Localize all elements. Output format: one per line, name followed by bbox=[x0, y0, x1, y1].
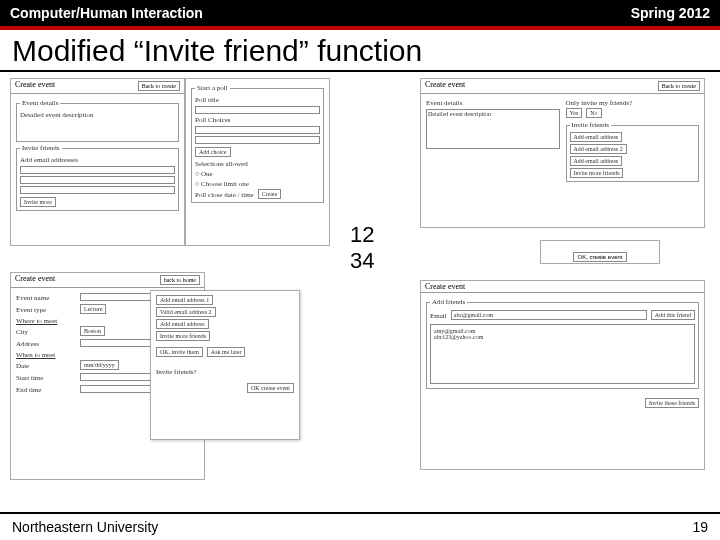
sk3-yes: Yes bbox=[566, 108, 583, 118]
sk1-input1 bbox=[20, 166, 175, 174]
sk3-desc: Detailed event description bbox=[427, 110, 559, 118]
quadrant-label-12: 12 bbox=[350, 222, 374, 248]
sk3-hl: Create event bbox=[425, 80, 465, 92]
sk3-b1: Add email address bbox=[570, 132, 623, 142]
sk3-b3: Add email address bbox=[570, 156, 623, 166]
sk7-list: amy@gmail.com abc123@yahoo.com bbox=[430, 324, 695, 384]
sk2-o2: ○ Choose limit one bbox=[195, 180, 320, 188]
sk1-desc: Detailed event description bbox=[20, 111, 175, 119]
sk5-v2: Lecture bbox=[80, 304, 106, 314]
sk5-l7: Date bbox=[16, 362, 76, 370]
sk2-b2 bbox=[195, 126, 320, 134]
sketch-7: Create event Add friends Email abc@gmail… bbox=[420, 280, 705, 470]
footer-bar: Northeastern University 19 bbox=[0, 514, 720, 540]
sk2-b1 bbox=[195, 106, 320, 114]
sk3-b4: Invite more friends bbox=[570, 168, 624, 178]
sk1-input2 bbox=[20, 176, 175, 184]
sk2-l1: Poll title bbox=[195, 96, 320, 104]
sk1-sec1: Event details bbox=[20, 99, 60, 107]
sk3-sec2: Invite friends bbox=[570, 121, 612, 129]
sk1-btn: Invite more bbox=[20, 197, 56, 207]
sk2-btn2: Create bbox=[258, 189, 282, 199]
sk4-btn: OK, create event bbox=[573, 252, 626, 262]
sk7-btn1: Add this friend bbox=[651, 310, 695, 320]
sk3-sec: Event details bbox=[426, 99, 560, 107]
sk1-sub: Add email addresses bbox=[20, 156, 175, 164]
sk7-hl: Create event bbox=[425, 282, 465, 291]
sk5-l1: Event name bbox=[16, 294, 76, 302]
sk3-desc-box: Detailed event description bbox=[426, 109, 560, 149]
sk5-l2: Event type bbox=[16, 306, 76, 314]
sk5-v4: Boston bbox=[80, 326, 105, 336]
sk7-v1: abc@gmail.com bbox=[451, 310, 647, 320]
sk6-btn: OK create event bbox=[247, 383, 294, 393]
header-bar: Computer/Human Interaction Spring 2012 bbox=[0, 0, 720, 26]
sk5-hr: back to home bbox=[160, 275, 200, 285]
sk6-b5: OK, invite them bbox=[156, 347, 203, 357]
sk7-sec: Add friends bbox=[430, 298, 467, 306]
sk2-l3: Selections allowed bbox=[195, 160, 320, 168]
sk6-b3: Add email address bbox=[156, 319, 209, 329]
sk1-sec2: Invite friends bbox=[20, 144, 62, 152]
sk7-e2: abc123@yahoo.com bbox=[434, 334, 691, 340]
sk5-l5: Address bbox=[16, 340, 76, 348]
sk2-b3 bbox=[195, 136, 320, 144]
sketch-1: Create event Back to create Event detail… bbox=[10, 78, 185, 246]
sk6-b6: Ask me later bbox=[207, 347, 246, 357]
sk3-no: No bbox=[586, 108, 601, 118]
sk2-l4: Poll close date / time bbox=[195, 191, 254, 199]
sk3-b2: Add email address 2 bbox=[570, 144, 627, 154]
term-label: Spring 2012 bbox=[631, 5, 710, 21]
sk5-l8: Start time bbox=[16, 374, 76, 382]
sk6-b2: Valid email address 2 bbox=[156, 307, 216, 317]
sk5-l9: End time bbox=[16, 386, 76, 394]
sk6-b4: Invite more friends bbox=[156, 331, 210, 341]
sketch-6: Add email address 1 Valid email address … bbox=[150, 290, 300, 440]
sk1-head-left: Create event bbox=[15, 80, 55, 92]
sk5-v7: mm/dd/yyyy bbox=[80, 360, 119, 370]
sk3-hr: Back to create bbox=[658, 81, 700, 91]
sk1-input3 bbox=[20, 186, 175, 194]
sketch-4: OK, create event bbox=[540, 240, 660, 264]
sk3-q: Only invite my friends? bbox=[566, 99, 700, 107]
sk2-btn1: Add choice bbox=[195, 147, 231, 157]
sk7-btn2: Invite these friends bbox=[645, 398, 699, 408]
sk1-head-right: Back to create bbox=[138, 81, 180, 91]
sketch-3: Create event Back to create Event detail… bbox=[420, 78, 705, 228]
slide-title: Modified “Invite friend” function bbox=[0, 30, 720, 70]
page-number: 19 bbox=[692, 519, 708, 535]
sk6-b1: Add email address 1 bbox=[156, 295, 213, 305]
sketch-2: Start a poll Poll title Poll Choices Add… bbox=[185, 78, 330, 246]
sk5-hl: Create event bbox=[15, 274, 55, 286]
footer-org: Northeastern University bbox=[12, 519, 158, 535]
course-name: Computer/Human Interaction bbox=[10, 5, 203, 21]
sk2-l2: Poll Choices bbox=[195, 116, 320, 124]
quadrant-label-34: 34 bbox=[350, 248, 374, 274]
content-area: Create event Back to create Event detail… bbox=[0, 72, 720, 512]
sk6-sec: Invite friends? bbox=[156, 368, 294, 376]
sk2-o1: ○ One bbox=[195, 170, 320, 178]
sk5-l4: City bbox=[16, 328, 76, 336]
sk2-title: Start a poll bbox=[195, 84, 230, 92]
sk7-l1: Email bbox=[430, 312, 447, 320]
